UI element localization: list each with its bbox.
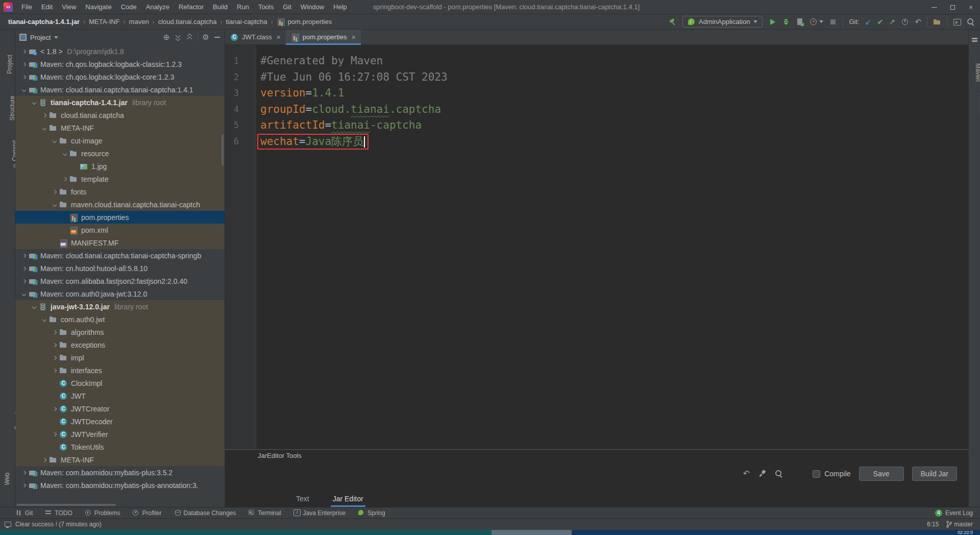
tree-row[interactable]: META-INF xyxy=(15,121,225,134)
tree-row[interactable]: Maven: ch.qos.logback:logback-core:1.2.3 xyxy=(15,70,225,83)
menu-item-build[interactable]: Build xyxy=(208,0,232,14)
tree-toggle-right[interactable] xyxy=(19,280,29,283)
toolwindow-button-problems[interactable]: Problems xyxy=(85,509,120,517)
tree-toggle-right[interactable] xyxy=(60,178,69,181)
tree-toggle-right[interactable] xyxy=(50,433,59,436)
tree-row[interactable]: JWTDecoder xyxy=(15,415,225,428)
tree-row[interactable]: JWTVerifier xyxy=(15,428,225,441)
tree-row[interactable]: Maven: cloud.tianai.captcha:tianai-captc… xyxy=(15,83,225,96)
project-view-title[interactable]: Project xyxy=(30,34,51,41)
toolwindow-button-todo[interactable]: TODO xyxy=(45,509,72,517)
menu-item-window[interactable]: Window xyxy=(296,0,329,14)
search-icon[interactable] xyxy=(775,470,783,478)
tree-row[interactable]: 1.jpg xyxy=(15,160,225,173)
tree-row[interactable]: interfaces xyxy=(15,364,225,377)
tree-row[interactable]: JWT xyxy=(15,390,225,402)
toolwindow-button-git[interactable]: Git xyxy=(15,509,33,517)
tree-toggle-right[interactable] xyxy=(50,369,59,372)
tree-row[interactable]: < 1.8 >D:\program\jdk1.8 xyxy=(15,45,225,58)
hide-tool-window-button[interactable] xyxy=(213,33,222,41)
tree-row[interactable]: java-jwt-3.12.0.jarlibrary root xyxy=(15,300,225,313)
save-button[interactable]: Save xyxy=(859,467,904,481)
tree-toggle-right[interactable] xyxy=(50,331,59,334)
tree-row[interactable]: exceptions xyxy=(15,338,225,351)
tree-row[interactable]: MANIFEST.MF xyxy=(15,236,225,249)
toolwindow-button-terminal[interactable]: Terminal xyxy=(248,509,281,517)
tree-row[interactable]: pom.properties xyxy=(15,211,225,224)
tool-stripe-layers-icon[interactable] xyxy=(971,37,978,43)
close-button[interactable]: × xyxy=(962,0,980,14)
status-message[interactable]: Clear success ! (7 minutes ago) xyxy=(15,521,102,528)
tree-row[interactable]: template xyxy=(15,173,225,185)
git-history-button[interactable] xyxy=(901,18,909,26)
minimize-button[interactable] xyxy=(925,0,943,14)
tree-row[interactable]: META-INF xyxy=(15,453,225,466)
tree-toggle-right[interactable] xyxy=(19,76,29,79)
select-opened-file-button[interactable]: ⊕ xyxy=(162,33,170,41)
tree-toggle-right[interactable] xyxy=(40,114,49,117)
tree-toggle-right[interactable] xyxy=(19,267,29,270)
chevron-down-icon[interactable] xyxy=(54,36,58,39)
git-push-button[interactable]: ↗ xyxy=(889,18,896,26)
git-rollback-button[interactable]: ↶ xyxy=(915,18,921,26)
tree-toggle-down[interactable] xyxy=(30,101,39,104)
tree-row[interactable]: Maven: com.auth0:java-jwt:3.12.0 xyxy=(15,287,225,300)
breadcrumb-item[interactable]: maven xyxy=(129,18,149,26)
jareditor-tab-text[interactable]: Text xyxy=(294,492,311,507)
toolwindow-button-java-enterprise[interactable]: Java Enterprise xyxy=(293,509,346,517)
run-configuration-select[interactable]: AdminApplication xyxy=(682,16,763,28)
close-tab-icon[interactable]: × xyxy=(277,34,281,41)
breadcrumb-item[interactable]: pom.properties xyxy=(277,18,332,26)
vertical-scrollbar[interactable] xyxy=(222,134,224,166)
breadcrumb-item[interactable]: cloud.tianai.captcha xyxy=(158,18,217,26)
horizontal-scrollbar[interactable] xyxy=(16,504,116,506)
tree-row[interactable]: com.auth0.jwt xyxy=(15,313,225,326)
maximize-button[interactable] xyxy=(943,0,962,14)
build-jar-button[interactable]: Build Jar xyxy=(912,467,957,481)
menu-item-analyze[interactable]: Analyze xyxy=(141,0,174,14)
editor-tab-pom-properties[interactable]: pom.properties× xyxy=(286,30,361,44)
tree-row[interactable]: resource xyxy=(15,147,225,160)
tree-toggle-down[interactable] xyxy=(40,318,49,321)
compile-checkbox[interactable] xyxy=(813,470,820,478)
monitor-icon[interactable] xyxy=(4,521,11,528)
window-layout-button[interactable] xyxy=(953,18,961,26)
tree-toggle-down[interactable] xyxy=(19,293,29,296)
tree-toggle-right[interactable] xyxy=(40,458,49,461)
build-hammer-icon[interactable] xyxy=(669,18,677,26)
tree-toggle-right[interactable] xyxy=(50,356,59,359)
menu-item-edit[interactable]: Edit xyxy=(37,0,57,14)
menu-item-code[interactable]: Code xyxy=(116,0,141,14)
tree-toggle-right[interactable] xyxy=(19,254,29,257)
tree-row[interactable]: JWTCreator xyxy=(15,402,225,415)
toolwindow-button-spring[interactable]: Spring xyxy=(358,509,385,517)
tree-row[interactable]: Maven: ch.qos.logback:logback-classic:1.… xyxy=(15,58,225,70)
tree-row[interactable]: fonts xyxy=(15,185,225,198)
breadcrumb-item[interactable]: tianai-captcha xyxy=(226,18,267,26)
tree-row[interactable]: pom.xml xyxy=(15,224,225,236)
brush-icon[interactable] xyxy=(758,470,767,478)
tree-row[interactable]: Maven: com.alibaba.fastjson2:fastjson2:2… xyxy=(15,275,225,287)
tree-toggle-right[interactable] xyxy=(19,63,29,66)
tree-toggle-right[interactable] xyxy=(19,50,29,53)
tree-toggle-down[interactable] xyxy=(40,127,49,130)
tree-toggle-down[interactable] xyxy=(60,152,69,155)
tree-toggle-right[interactable] xyxy=(19,484,29,487)
tree-toggle-down[interactable] xyxy=(30,305,39,308)
profiler-button[interactable] xyxy=(810,18,823,26)
editor-body[interactable]: 123456 #Generated by Maven#Tue Jun 06 16… xyxy=(225,45,968,449)
tree-toggle-down[interactable] xyxy=(50,139,59,142)
open-folder-button[interactable] xyxy=(933,18,941,26)
toolwindow-button-database-changes[interactable]: Database Changes xyxy=(174,509,236,517)
toolwindow-button-profiler[interactable]: Profiler xyxy=(132,509,161,517)
menu-item-git[interactable]: Git xyxy=(278,0,296,14)
git-update-button[interactable]: ↙ xyxy=(865,18,872,26)
undo-icon[interactable]: ↶ xyxy=(742,470,750,478)
tree-row[interactable]: impl xyxy=(15,351,225,364)
code-editor[interactable]: #Generated by Maven#Tue Jun 06 16:27:08 … xyxy=(256,45,968,449)
menu-item-view[interactable]: View xyxy=(57,0,81,14)
event-log-button[interactable]: 4Event Log xyxy=(935,509,973,517)
menu-item-file[interactable]: File xyxy=(17,0,37,14)
breadcrumb-item[interactable]: META-INF xyxy=(89,18,119,26)
menu-item-refactor[interactable]: Refactor xyxy=(174,0,208,14)
